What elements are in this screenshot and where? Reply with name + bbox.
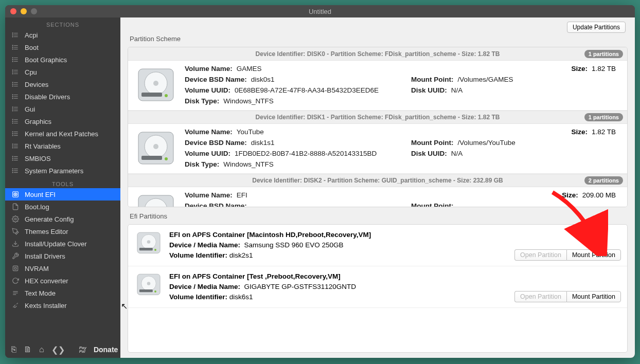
- svg-point-86: [165, 94, 168, 97]
- partition-row[interactable]: Volume Name:YouTube Device BSD Name:disk…: [128, 124, 627, 174]
- partition-row[interactable]: Volume Name:GAMES Device BSD Name:disk0s…: [128, 61, 627, 111]
- cursor-icon: ↖: [121, 301, 128, 311]
- text-icon: [11, 289, 20, 297]
- download-icon: [11, 240, 20, 247]
- close-icon[interactable]: [10, 8, 16, 14]
- partitions-badge: 2 partitions: [584, 176, 623, 185]
- efi-row[interactable]: EFI on APFS Container [Macintosh HD,Preb…: [128, 225, 627, 266]
- partition-scheme-panel[interactable]: Device Identifier: DISK0 - Partition Sch…: [128, 47, 628, 207]
- svg-point-41: [12, 111, 13, 111]
- svg-point-23: [12, 74, 13, 74]
- sidebar-item-gui[interactable]: Gui: [5, 103, 120, 115]
- list-icon: [11, 142, 20, 150]
- sidebar-item-boot-graphics[interactable]: Boot Graphics: [5, 53, 120, 66]
- sidebar-item-themes-editor[interactable]: Themes Editor: [5, 225, 120, 238]
- sidebar-item-hex-converter[interactable]: HEX converter: [5, 275, 120, 287]
- sidebar-item-graphics[interactable]: Graphics: [5, 115, 120, 128]
- svg-rect-77: [13, 266, 17, 270]
- sidebar-item-generate-config[interactable]: Generate Config: [5, 213, 120, 225]
- svg-point-39: [12, 107, 13, 107]
- svg-point-84: [153, 81, 158, 86]
- svg-point-11: [12, 49, 13, 49]
- sidebar-item-nvram[interactable]: NVRAM: [5, 262, 120, 275]
- svg-point-17: [12, 61, 13, 62]
- list-icon: [11, 167, 20, 174]
- sidebar-item-label: Install/Update Clover: [25, 240, 87, 248]
- sidebar-item-install-update-clover[interactable]: Install/Update Clover: [5, 238, 120, 250]
- svg-point-99: [147, 240, 151, 244]
- svg-point-10: [12, 47, 13, 47]
- svg-point-45: [12, 119, 13, 120]
- sidebar-item-rt-variables[interactable]: Rt Variables: [5, 140, 120, 152]
- sidebar-item-devices[interactable]: Devices: [5, 78, 120, 90]
- partitions-badge: 1 partitions: [584, 113, 623, 121]
- device-header: Device Identifier: DISK0 - Partition Sch…: [128, 47, 627, 61]
- sidebar-item-label: Gui: [25, 105, 35, 113]
- svg-point-34: [12, 96, 13, 97]
- sidebar-item-label: Generate Config: [25, 215, 74, 223]
- disk-icon: [135, 128, 176, 169]
- svg-point-73: [14, 193, 17, 196]
- svg-rect-72: [13, 192, 19, 197]
- sidebar-item-disable-drivers[interactable]: Disable Drivers: [5, 90, 120, 103]
- titlebar: Untitled: [5, 5, 635, 17]
- efi-title: EFI on APFS Container [Test ,Preboot,Rec…: [169, 271, 620, 282]
- svg-point-40: [12, 108, 13, 109]
- sidebar-item-label: Text Mode: [25, 289, 56, 297]
- list-icon: [11, 81, 20, 88]
- device-header: Device Identifier: DISK2 - Partition Sch…: [128, 174, 627, 187]
- sidebar-item-cpu[interactable]: Cpu: [5, 66, 120, 78]
- mount-partition-button[interactable]: Mount Partition: [566, 291, 621, 302]
- partition-row[interactable]: Volume Name:EFI Device BSD Name: Mount P…: [128, 187, 627, 207]
- svg-point-64: [12, 158, 13, 158]
- donate-button[interactable]: Donate: [94, 345, 118, 354]
- maximize-icon[interactable]: [31, 8, 37, 14]
- sidebar-item-kernel-and-kext-patches[interactable]: Kernel and Kext Patches: [5, 128, 120, 140]
- sidebar-item-label: Devices: [25, 81, 48, 88]
- app-window: Untitled SECTIONS AcpiBootBoot GraphicsC…: [5, 5, 635, 358]
- sidebar-item-boot-log[interactable]: Boot.log: [5, 201, 120, 213]
- svg-point-21: [12, 70, 13, 70]
- svg-point-27: [12, 82, 13, 83]
- svg-point-22: [12, 71, 13, 72]
- window-title: Untitled: [309, 8, 331, 15]
- svg-point-9: [12, 45, 13, 46]
- open-partition-button[interactable]: Open Partition: [514, 291, 566, 302]
- sidebar-item-boot[interactable]: Boot: [5, 41, 120, 53]
- minimize-icon[interactable]: [21, 8, 27, 14]
- sidebar-item-label: Boot.log: [25, 203, 49, 211]
- sidebar-item-label: Disable Drivers: [25, 93, 70, 101]
- sidebar-item-system-parameters[interactable]: System Parameters: [5, 165, 120, 177]
- efi-row[interactable]: EFI on APFS Container [Test ,Preboot,Rec…: [128, 266, 627, 308]
- svg-rect-105: [139, 289, 153, 292]
- update-partitions-button[interactable]: Update Partitions: [567, 22, 626, 33]
- list-icon: [11, 93, 20, 100]
- export-icon[interactable]: ⎘: [11, 345, 16, 354]
- svg-point-74: [15, 194, 16, 195]
- open-partition-button[interactable]: Open Partition: [514, 249, 566, 261]
- sidebar-item-smbios[interactable]: SMBIOS: [5, 152, 120, 165]
- sidebar-item-kexts-installer[interactable]: Kexts Installer: [5, 299, 120, 312]
- sidebar-item-label: Boot: [25, 44, 39, 51]
- sidebar-item-install-drivers[interactable]: Install Drivers: [5, 250, 120, 262]
- sidebar-item-text-mode[interactable]: Text Mode: [5, 287, 120, 299]
- file-icon[interactable]: 🗎: [24, 345, 32, 354]
- svg-point-69: [12, 169, 13, 169]
- svg-point-70: [12, 170, 13, 171]
- list-icon: [11, 105, 20, 113]
- svg-point-46: [12, 121, 13, 121]
- list-icon: [11, 155, 20, 162]
- sidebar-item-mount-efi[interactable]: Mount EFI: [5, 188, 120, 201]
- svg-point-91: [165, 157, 168, 160]
- mount-partition-button[interactable]: Mount Partition: [566, 249, 621, 261]
- device-header: Device Identifier: DISK1 - Partition Sch…: [128, 111, 627, 124]
- sidebar-item-acpi[interactable]: Acpi: [5, 29, 120, 41]
- svg-point-106: [154, 290, 156, 293]
- sidebar-item-label: HEX converter: [25, 277, 68, 285]
- svg-point-58: [12, 145, 13, 146]
- brush-icon: [11, 228, 20, 235]
- svg-point-104: [147, 282, 151, 285]
- home-icon[interactable]: ⌂: [39, 345, 44, 354]
- chip-icon: [11, 265, 20, 272]
- share-icon[interactable]: ❮❯: [51, 345, 65, 355]
